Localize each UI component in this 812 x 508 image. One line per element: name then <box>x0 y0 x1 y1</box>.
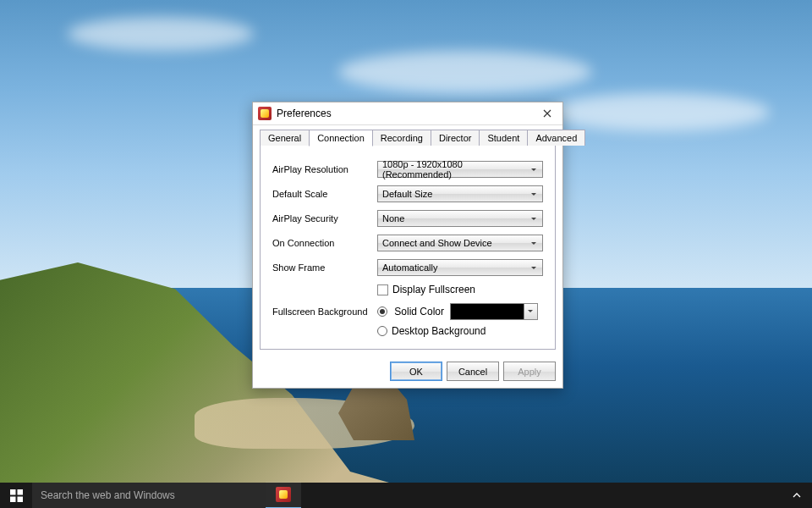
label-show-frame: Show Frame <box>272 262 377 273</box>
preferences-dialog: Preferences General Connection Recording… <box>252 102 563 389</box>
tab-director[interactable]: Director <box>431 130 480 146</box>
tab-general[interactable]: General <box>260 130 310 146</box>
combo-value: Automatically <box>382 262 437 273</box>
label-airplay-security: AirPlay Security <box>272 213 377 224</box>
taskbar-app-reflector[interactable] <box>266 482 301 508</box>
close-button[interactable] <box>537 106 557 121</box>
app-icon <box>276 487 291 502</box>
cancel-button[interactable]: Cancel <box>447 362 499 381</box>
tab-student[interactable]: Student <box>479 130 528 146</box>
close-icon <box>543 109 551 118</box>
tab-recording[interactable]: Recording <box>372 130 431 146</box>
tab-strip: General Connection Recording Director St… <box>253 125 562 146</box>
system-tray <box>787 483 812 508</box>
checkbox-display-fullscreen[interactable] <box>377 284 388 295</box>
combo-airplay-security[interactable]: None <box>377 210 543 227</box>
combo-value: 1080p - 1920x1080 (Recommended) <box>382 159 527 179</box>
svg-rect-0 <box>10 489 16 495</box>
label-on-connection: On Connection <box>272 238 377 248</box>
search-placeholder: Search the web and Windows <box>41 489 175 501</box>
titlebar[interactable]: Preferences <box>253 102 562 125</box>
apply-button[interactable]: Apply <box>503 362 556 381</box>
taskbar-search[interactable]: Search the web and Windows <box>32 483 266 508</box>
combo-default-scale[interactable]: Default Size <box>377 185 543 202</box>
label-default-scale: Default Scale <box>272 189 377 199</box>
radio-desktop-background[interactable] <box>377 326 387 336</box>
tray-overflow-button[interactable] <box>787 483 807 508</box>
dialog-title: Preferences <box>277 108 537 119</box>
label-display-fullscreen: Display Fullscreen <box>392 284 475 295</box>
label-airplay-resolution: AirPlay Resolution <box>272 164 377 174</box>
chevron-up-icon <box>793 493 801 498</box>
ok-button[interactable]: OK <box>390 362 442 381</box>
combo-airplay-resolution[interactable]: 1080p - 1920x1080 (Recommended) <box>377 161 543 178</box>
svg-rect-1 <box>17 489 23 495</box>
combo-show-frame[interactable]: Automatically <box>377 259 543 276</box>
label-desktop-background: Desktop Background <box>392 325 486 337</box>
connection-panel: AirPlay Resolution 1080p - 1920x1080 (Re… <box>260 146 556 350</box>
combo-on-connection[interactable]: Connect and Show Device <box>377 235 543 251</box>
color-dropdown[interactable] <box>524 303 538 320</box>
taskbar: Search the web and Windows <box>0 483 812 508</box>
color-swatch[interactable] <box>450 303 524 320</box>
windows-icon <box>10 489 23 502</box>
svg-rect-3 <box>17 496 23 502</box>
tab-advanced[interactable]: Advanced <box>527 130 585 146</box>
combo-value: None <box>382 213 404 224</box>
svg-rect-2 <box>10 496 16 502</box>
radio-solid-color[interactable] <box>377 306 387 317</box>
combo-value: Connect and Show Device <box>382 238 492 248</box>
dialog-buttons: OK Cancel Apply <box>253 356 562 388</box>
app-icon <box>258 107 272 120</box>
label-solid-color: Solid Color <box>394 306 444 318</box>
label-fullscreen-background: Fullscreen Background <box>272 306 377 317</box>
desktop: Preferences General Connection Recording… <box>0 0 812 508</box>
combo-value: Default Size <box>382 189 432 199</box>
tab-connection[interactable]: Connection <box>309 130 373 146</box>
start-button[interactable] <box>0 483 32 508</box>
